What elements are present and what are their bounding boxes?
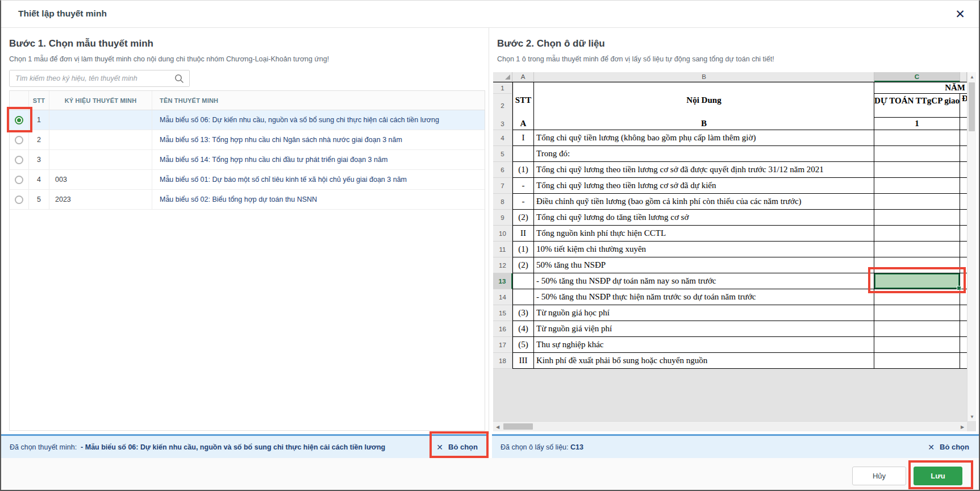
column-header-b[interactable]: B bbox=[534, 72, 874, 82]
row-header[interactable]: 7 bbox=[493, 178, 512, 194]
cell-d3[interactable] bbox=[960, 118, 967, 130]
row-header[interactable]: 14 bbox=[493, 289, 512, 305]
cancel-button[interactable]: Hủy bbox=[852, 467, 906, 485]
cell-d[interactable] bbox=[960, 257, 967, 273]
row-header[interactable]: 4 bbox=[493, 130, 512, 146]
cell-d[interactable] bbox=[960, 194, 967, 210]
vertical-scrollbar-thumb[interactable] bbox=[969, 82, 975, 131]
horizontal-scrollbar-thumb[interactable] bbox=[503, 423, 533, 430]
close-icon[interactable]: ✕ bbox=[952, 6, 969, 22]
cell-c[interactable] bbox=[874, 210, 960, 226]
row-header[interactable]: 11 bbox=[493, 242, 512, 257]
horizontal-scrollbar[interactable]: ◀ ▶ bbox=[493, 421, 967, 431]
cell-c[interactable] bbox=[874, 337, 960, 353]
cell-a[interactable]: I bbox=[512, 130, 534, 146]
cell-a[interactable]: (1) bbox=[512, 162, 534, 178]
cell-b[interactable]: Trong đó: bbox=[534, 146, 874, 162]
row-header[interactable]: 10 bbox=[493, 226, 512, 242]
search-input[interactable] bbox=[10, 70, 189, 86]
cell-a[interactable]: - bbox=[512, 178, 534, 194]
cell-c[interactable] bbox=[874, 305, 960, 321]
cell-d[interactable] bbox=[960, 289, 967, 305]
row-header-2[interactable]: 2 bbox=[493, 94, 512, 118]
cell-c[interactable] bbox=[874, 353, 960, 369]
row-header[interactable]: 6 bbox=[493, 162, 512, 178]
cell-b[interactable]: Kinh phí đề xuất phải bổ sung hoặc chuyể… bbox=[534, 353, 874, 369]
scroll-up-icon[interactable]: ▲ bbox=[968, 72, 977, 81]
cell-c[interactable] bbox=[874, 289, 960, 305]
cell-b1-noi-dung[interactable]: Nội Dung bbox=[534, 82, 874, 118]
cell-a13[interactable] bbox=[512, 273, 534, 289]
deselect-cell-button[interactable]: ✕ Bỏ chọn bbox=[925, 443, 971, 452]
cell-a[interactable]: (3) bbox=[512, 305, 534, 321]
cell-c2-du-toan-ttgcp[interactable]: DỰ TOÁN TTgCP giao bbox=[874, 94, 960, 118]
cell-b[interactable]: 10% tiết kiệm chi thường xuyên bbox=[534, 242, 874, 257]
row-header[interactable]: 12 bbox=[493, 257, 512, 273]
cell-d[interactable] bbox=[960, 305, 967, 321]
sheet-corner-select-all[interactable] bbox=[493, 72, 512, 82]
cell-a[interactable]: (4) bbox=[512, 321, 534, 337]
cell-c[interactable] bbox=[874, 194, 960, 210]
row-header[interactable]: 17 bbox=[493, 337, 512, 353]
cell-d[interactable] bbox=[960, 226, 967, 242]
cell-b[interactable]: Tổng nguồn kinh phí thực hiện CCTL bbox=[534, 226, 874, 242]
cell-d[interactable] bbox=[960, 353, 967, 369]
cell-c3[interactable]: 1 bbox=[874, 118, 960, 130]
row-header[interactable]: 5 bbox=[493, 146, 512, 162]
row-header-3[interactable]: 3 bbox=[493, 118, 512, 130]
cell-c[interactable] bbox=[874, 226, 960, 242]
cell-a[interactable]: (5) bbox=[512, 337, 534, 353]
table-row[interactable]: 2 Mẫu biểu số 13: Tổng hợp nhu cầu chi N… bbox=[10, 130, 485, 150]
column-header-a[interactable]: A bbox=[512, 72, 534, 82]
cell-d[interactable] bbox=[960, 321, 967, 337]
radio-selected[interactable] bbox=[15, 116, 23, 124]
cell-c[interactable] bbox=[874, 321, 960, 337]
cell-b[interactable]: Từ nguồn giá viện phí bbox=[534, 321, 874, 337]
cell-b[interactable]: Tổng chi quỹ lương theo tiền lương cơ sở… bbox=[534, 178, 874, 194]
row-header-1[interactable]: 1 bbox=[493, 82, 512, 94]
cell-c13-selected[interactable] bbox=[874, 273, 960, 289]
radio-unselected[interactable] bbox=[15, 156, 23, 164]
row-header-13-selected[interactable]: 13 bbox=[493, 273, 512, 289]
cell-c[interactable] bbox=[874, 130, 960, 146]
cell-d2-clipped[interactable]: Đ bbox=[960, 94, 967, 118]
cell-d[interactable] bbox=[960, 337, 967, 353]
radio-unselected[interactable] bbox=[15, 195, 23, 204]
cell-a1-stt[interactable]: STT bbox=[512, 82, 534, 118]
cell-c[interactable] bbox=[874, 257, 960, 273]
scroll-left-icon[interactable]: ◀ bbox=[493, 422, 502, 431]
cell-a[interactable] bbox=[512, 146, 534, 162]
cell-b[interactable]: Điều chỉnh quỹ tiền lương (bao gồm cả ki… bbox=[534, 194, 874, 210]
column-header-d-clipped[interactable] bbox=[960, 72, 967, 82]
cell-b[interactable]: Tổng chi quỹ tiền lương (không bao gồm p… bbox=[534, 130, 874, 146]
row-header[interactable]: 9 bbox=[493, 210, 512, 226]
vertical-scrollbar[interactable]: ▲ ▼ bbox=[967, 72, 976, 421]
cell-a[interactable]: (2) bbox=[512, 257, 534, 273]
cell-c[interactable] bbox=[874, 178, 960, 194]
radio-unselected[interactable] bbox=[15, 136, 23, 144]
cell-a[interactable]: (2) bbox=[512, 210, 534, 226]
cell-c[interactable] bbox=[874, 242, 960, 257]
cell-d[interactable] bbox=[960, 162, 967, 178]
cell-b[interactable]: Thu sự nghiệp khác bbox=[534, 337, 874, 353]
cell-a[interactable]: (1) bbox=[512, 242, 534, 257]
cell-b[interactable]: Tổng chi quỹ lương theo tiền lương cơ sở… bbox=[534, 162, 874, 178]
table-row[interactable]: 5 2023 Mẫu biểu số 02: Biểu tổng hợp dự … bbox=[10, 190, 485, 210]
cell-a[interactable]: - bbox=[512, 194, 534, 210]
cell-b[interactable]: - 50% tăng thu NSĐP thực hiện năm trước … bbox=[534, 289, 874, 305]
cell-a[interactable]: III bbox=[512, 353, 534, 369]
radio-unselected[interactable] bbox=[15, 176, 23, 184]
cell-c[interactable] bbox=[874, 146, 960, 162]
scroll-down-icon[interactable]: ▼ bbox=[968, 412, 977, 421]
row-header[interactable]: 8 bbox=[493, 194, 512, 210]
row-header[interactable]: 16 bbox=[493, 321, 512, 337]
cell-b[interactable]: 50% tăng thu NSĐP bbox=[534, 257, 874, 273]
cell-a[interactable] bbox=[512, 289, 534, 305]
cell-d[interactable] bbox=[960, 178, 967, 194]
column-header-c-selected[interactable]: C bbox=[874, 72, 960, 82]
deselect-template-button[interactable]: ✕ Bỏ chọn bbox=[434, 443, 480, 452]
cell-b[interactable]: Tổng chi quỹ lương do tăng tiền lương cơ… bbox=[534, 210, 874, 226]
cell-a3[interactable]: A bbox=[512, 118, 534, 130]
table-row[interactable]: 3 Mẫu biểu số 14: Tổng hợp nhu cầu chi đ… bbox=[10, 150, 485, 170]
scroll-right-icon[interactable]: ▶ bbox=[958, 422, 967, 431]
